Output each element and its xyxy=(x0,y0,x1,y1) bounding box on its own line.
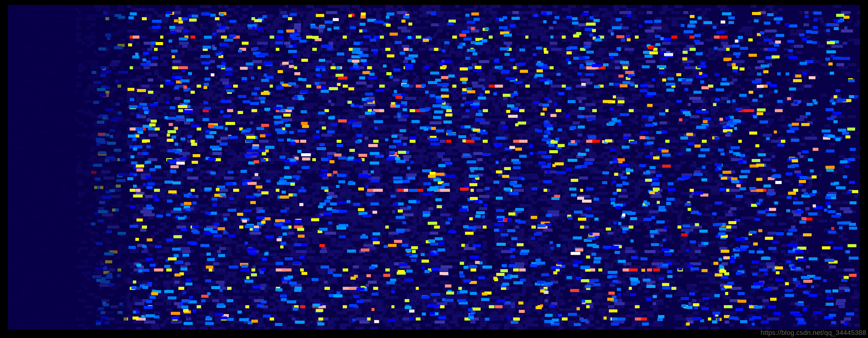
heatmap-canvas xyxy=(8,5,860,330)
heatmap-plot xyxy=(8,5,860,330)
watermark-text: https://blog.csdn.net/qq_34445388 xyxy=(761,329,866,337)
figure-container: https://blog.csdn.net/qq_34445388 xyxy=(0,0,868,338)
